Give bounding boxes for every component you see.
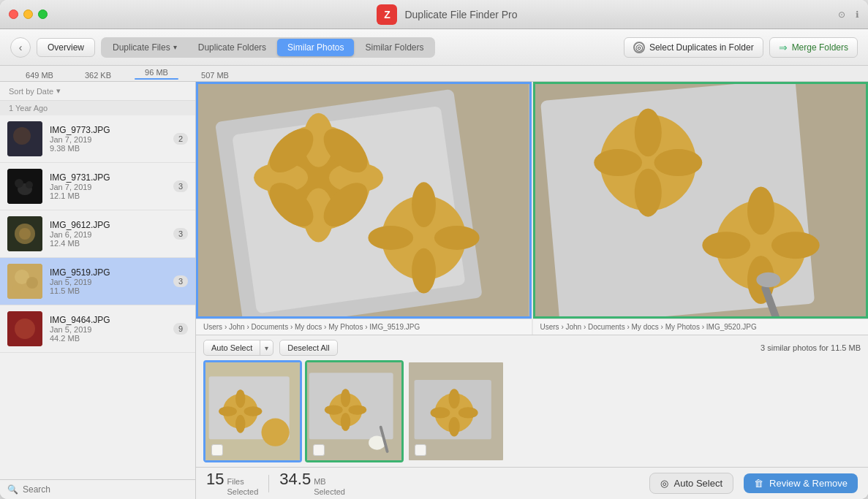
sidebar: Sort by Date ▾ 1 Year Ago IMG_9773.JPG J… <box>0 82 196 499</box>
sidebar-badge-2: 3 <box>173 228 188 240</box>
thumbnail-3[interactable] <box>407 360 505 462</box>
sidebar-header: Sort by Date ▾ <box>0 82 195 101</box>
merge-folders-button[interactable]: ⇒ Merge Folders <box>769 37 858 58</box>
right-photo-panel: Users › John › Documents › My docs › My … <box>533 82 869 335</box>
sidebar-thumb-img9773 <box>7 121 42 156</box>
subtab-size-0: 649 MB <box>10 69 69 81</box>
app-logo: Z <box>377 4 397 25</box>
svg-point-58 <box>261 419 289 446</box>
auto-select-control: Auto Select ▾ <box>203 340 273 356</box>
svg-point-65 <box>348 405 366 414</box>
sidebar-info-img9519: IMG_9519.JPG Jan 5, 2019 11.5 MB <box>50 267 166 295</box>
photo-compare-area: Users › John › Documents › My docs › My … <box>196 82 868 335</box>
svg-point-43 <box>747 186 774 235</box>
bottom-bar: 15 Files Selected 34.5 MB Selected <box>196 467 868 499</box>
sidebar-item-img9773[interactable]: IMG_9773.JPG Jan 7, 2019 9.38 MB 2 <box>0 115 195 163</box>
info-icon[interactable]: ℹ <box>856 9 859 20</box>
stat-divider <box>268 475 269 492</box>
thumbnail-strip: Auto Select ▾ Deselect All 3 similar pho… <box>196 335 868 467</box>
search-icon: 🔍 <box>7 484 18 495</box>
auto-select-arrow-button[interactable]: ▾ <box>260 341 273 355</box>
select-duplicates-button[interactable]: ◎ Select Duplicates in Folder <box>624 37 763 58</box>
search-input[interactable] <box>23 484 188 495</box>
svg-point-74 <box>458 407 478 418</box>
svg-point-33 <box>434 226 480 250</box>
sidebar-thumb-img9519 <box>7 264 42 299</box>
left-photo-panel: Users › John › Documents › My docs › My … <box>196 82 532 335</box>
overview-button[interactable]: Overview <box>37 38 95 57</box>
right-photo-path: Users › John › Documents › My docs › My … <box>533 319 869 335</box>
svg-point-32 <box>368 226 413 250</box>
sidebar-info-img9464: IMG_9464.JPG Jan 5, 2019 44.2 MB <box>50 315 166 343</box>
sidebar-thumb-img9731 <box>7 169 42 204</box>
subtab-size-3: 507 MB <box>186 69 244 81</box>
review-remove-button[interactable]: 🗑 Review & Remove <box>744 473 858 493</box>
maximize-button[interactable] <box>38 9 48 19</box>
tab-similar-photos[interactable]: Similar Photos <box>277 39 354 56</box>
thumbnail-2[interactable] <box>305 360 404 462</box>
thumb-checkbox-3[interactable] <box>415 444 426 456</box>
svg-point-12 <box>12 283 23 294</box>
thumb-checkbox-1[interactable] <box>211 444 223 456</box>
sidebar-item-img9731[interactable]: IMG_9731.JPG Jan 7, 2019 12.1 MB 3 <box>0 163 195 210</box>
sort-by-date-label[interactable]: Sort by Date <box>9 87 53 96</box>
files-label: Files Selected <box>227 477 258 496</box>
svg-point-56 <box>219 406 237 416</box>
auto-select-bottom-button[interactable]: ◎ Auto Select <box>649 473 734 494</box>
sidebar-search-bar: 🔍 <box>0 479 195 499</box>
thumb-controls: Auto Select ▾ Deselect All 3 similar pho… <box>203 340 861 356</box>
titlebar: Z Duplicate File Finder Pro ⊙ ℹ <box>0 0 868 29</box>
close-button[interactable] <box>9 9 18 19</box>
tab-similar-folders[interactable]: Similar Folders <box>355 39 434 56</box>
auto-select-button[interactable]: Auto Select <box>204 340 260 355</box>
mb-label: MB Selected <box>314 477 345 496</box>
sidebar-badge-0: 2 <box>173 133 188 145</box>
files-count: 15 <box>206 470 224 489</box>
svg-point-39 <box>634 169 661 217</box>
sidebar-info-img9731: IMG_9731.JPG Jan 7, 2019 12.1 MB <box>50 172 166 200</box>
svg-point-4 <box>15 179 23 188</box>
svg-point-50 <box>756 273 780 288</box>
svg-point-62 <box>341 389 350 407</box>
sidebar-item-img9519[interactable]: IMG_9519.JPG Jan 5, 2019 11.5 MB 3 <box>0 258 195 305</box>
mb-count: 34.5 <box>279 470 311 489</box>
thumb-checkbox-2[interactable] <box>313 444 325 456</box>
svg-point-73 <box>431 407 450 418</box>
subtab-size-2: 96 MB <box>127 66 186 81</box>
sidebar-badge-4: 9 <box>173 323 188 335</box>
minimize-button[interactable] <box>23 9 33 19</box>
svg-point-40 <box>594 149 642 176</box>
sidebar-info-img9773: IMG_9773.JPG Jan 7, 2019 9.38 MB <box>50 125 166 153</box>
tab-duplicate-files[interactable]: Duplicate Files <box>102 39 187 56</box>
svg-point-30 <box>412 182 436 227</box>
svg-point-72 <box>448 417 459 437</box>
svg-point-71 <box>448 389 459 408</box>
sidebar-item-img9612[interactable]: IMG_9612.JPG Jan 6, 2019 12.4 MB 3 <box>0 210 195 258</box>
similar-info-label: 3 similar photos for 11.5 MB <box>761 343 861 352</box>
tab-duplicate-folders[interactable]: Duplicate Folders <box>188 39 276 56</box>
right-photo-display[interactable] <box>533 82 869 319</box>
back-button[interactable]: ‹ <box>10 37 31 58</box>
svg-point-41 <box>654 149 702 176</box>
target-icon: ◎ <box>633 42 645 53</box>
toolbar: ‹ Overview Duplicate Files Duplicate Fol… <box>0 29 868 66</box>
sidebar-badge-3: 3 <box>173 275 188 287</box>
sidebar-item-img9464[interactable]: IMG_9464.JPG Jan 5, 2019 44.2 MB 9 <box>0 305 195 353</box>
svg-point-45 <box>702 232 750 259</box>
left-photo-path: Users › John › Documents › My docs › My … <box>196 319 532 335</box>
sidebar-thumb-img9464 <box>7 311 42 346</box>
svg-point-63 <box>341 413 350 431</box>
traffic-lights <box>9 9 48 19</box>
sort-arrow-icon: ▾ <box>56 86 61 96</box>
svg-point-5 <box>26 181 33 188</box>
deselect-all-button[interactable]: Deselect All <box>279 340 337 356</box>
svg-point-57 <box>244 406 263 416</box>
app-title: Duplicate File Finder Pro <box>404 9 517 20</box>
share-icon[interactable]: ⊙ <box>838 9 845 20</box>
thumbnail-1[interactable] <box>203 360 302 462</box>
sidebar-list: 1 Year Ago IMG_9773.JPG Jan 7, 2019 9.38… <box>0 101 195 479</box>
back-arrow-icon: ‹ <box>19 42 23 53</box>
svg-point-46 <box>771 232 819 259</box>
left-photo-display[interactable] <box>196 82 532 319</box>
svg-point-64 <box>325 405 343 414</box>
